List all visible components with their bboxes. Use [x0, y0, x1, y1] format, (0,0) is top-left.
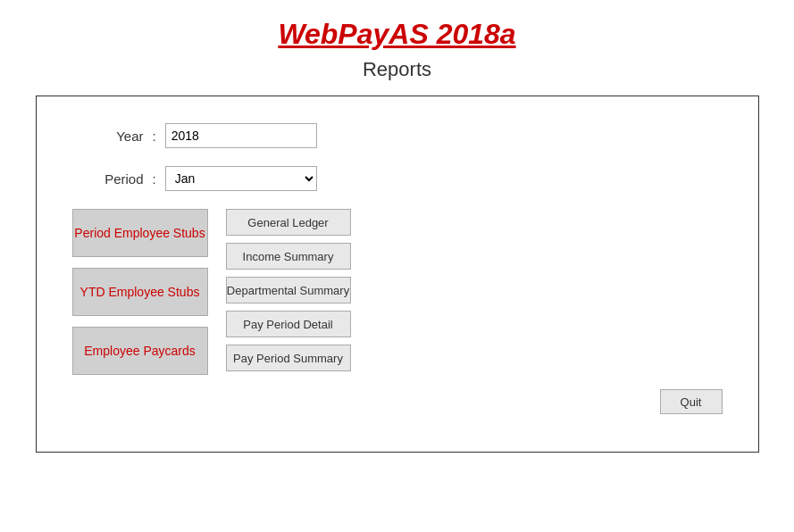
period-row: Period : Jan Feb Mar Apr May Jun Jul Aug…: [72, 166, 723, 191]
pay-period-detail-button[interactable]: Pay Period Detail: [226, 311, 351, 337]
main-container: Year : Period : Jan Feb Mar Apr May Jun …: [36, 96, 759, 453]
departmental-summary-button[interactable]: Departmental Summary: [226, 277, 351, 303]
left-buttons: Period Employee Stubs YTD Employee Stubs…: [72, 209, 208, 375]
content-row: Period Employee Stubs YTD Employee Stubs…: [72, 209, 723, 414]
year-row: Year :: [72, 123, 723, 148]
year-colon: :: [153, 129, 156, 144]
year-input[interactable]: [165, 123, 317, 148]
right-buttons: General Ledger Income Summary Department…: [226, 209, 723, 371]
general-ledger-button[interactable]: General Ledger: [226, 209, 351, 236]
period-employee-stubs-button[interactable]: Period Employee Stubs: [72, 209, 208, 257]
employee-paycards-button[interactable]: Employee Paycards: [72, 327, 208, 375]
period-label: Period: [72, 171, 144, 187]
pay-period-summary-button[interactable]: Pay Period Summary: [226, 345, 351, 371]
quit-row: Quit: [226, 389, 723, 414]
period-select[interactable]: Jan Feb Mar Apr May Jun Jul Aug Sep Oct …: [165, 166, 317, 191]
income-summary-button[interactable]: Income Summary: [226, 243, 351, 270]
page-subtitle: Reports: [278, 58, 515, 81]
period-colon: :: [153, 171, 156, 187]
year-label: Year: [72, 129, 144, 144]
ytd-employee-stubs-button[interactable]: YTD Employee Stubs: [72, 268, 208, 316]
app-title: WebPayAS 2018a: [278, 18, 515, 51]
quit-button[interactable]: Quit: [660, 389, 723, 414]
